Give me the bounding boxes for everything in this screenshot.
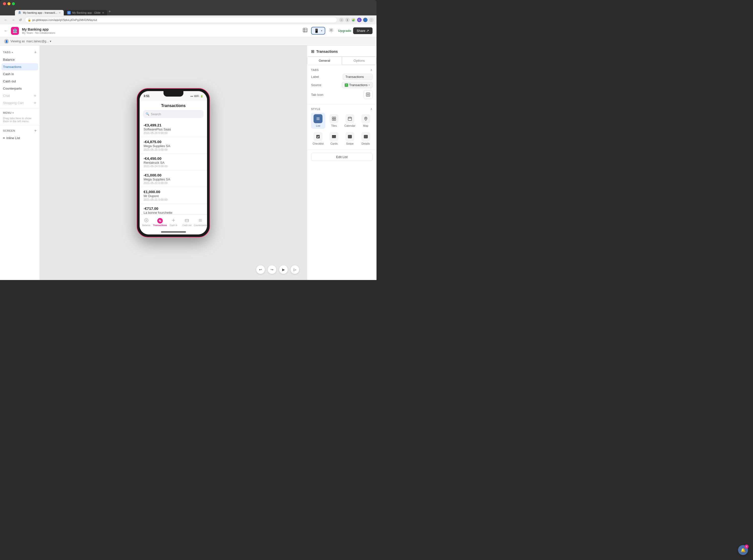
balance-nav-label: Balance <box>142 224 150 226</box>
redo-button[interactable]: ↪ <box>267 265 277 274</box>
panel-tabs: General Options <box>307 57 376 65</box>
add-tab-button[interactable]: + <box>34 50 37 55</box>
transaction-item-4[interactable]: €1,000.00 Mr Dupont 2021-05-21 0:00:00 <box>140 187 207 204</box>
play-button[interactable]: ▶ <box>279 265 288 274</box>
url-bar[interactable]: 🔒 go.glideapps.com/app/gVSpluLylOxPg1Mt4… <box>25 17 337 23</box>
checklist-style-icon <box>313 132 323 141</box>
forward-button[interactable]: → <box>11 17 16 23</box>
sidebar-item-label: Chat <box>3 94 10 98</box>
sidebar-item-counterparts[interactable]: Counterparts <box>0 85 40 92</box>
send-button[interactable]: ▷ <box>290 265 299 274</box>
browser-tab-active[interactable]: 🏦 My banking app - transacti... ✕ <box>15 10 64 16</box>
style-option-calendar[interactable]: Calendar <box>343 113 357 129</box>
style-option-label: Tiles <box>331 124 337 127</box>
panel-header: ⊞ Transactions <box>307 45 376 57</box>
style-option-checklist[interactable]: Checklist <box>311 131 325 146</box>
style-section-title: STYLE <box>311 107 321 111</box>
upgrade-button[interactable]: Upgrade <box>338 29 351 33</box>
menu-collapse-icon[interactable]: ▾ <box>13 112 14 114</box>
transaction-item-2[interactable]: -€4,450.00 Rentatruck SA 2021-05-24 0:00… <box>140 154 207 171</box>
info-icon[interactable]: ℹ <box>345 18 350 22</box>
source-field-value[interactable]: T Transactions ▾ <box>342 82 372 88</box>
maximize-window-button[interactable] <box>12 2 15 5</box>
undo-button[interactable]: ↩ <box>256 265 265 274</box>
back-button[interactable]: ← <box>3 17 8 23</box>
style-option-cards[interactable]: Cards <box>327 131 341 146</box>
style-option-details[interactable]: Details <box>359 131 372 146</box>
transaction-amount: -€4,875.00 <box>144 140 203 144</box>
close-window-button[interactable] <box>3 2 6 5</box>
phone-nav-cash-out[interactable]: Cash out <box>180 218 194 226</box>
bookmark-icon[interactable]: ☆ <box>339 18 344 22</box>
tab-favicon: 🏦 <box>18 11 21 15</box>
phone-nav-cash-in[interactable]: Cash in <box>167 218 180 226</box>
transactions-nav-label: Transactions <box>153 224 167 226</box>
menu-icon[interactable]: ⋮ <box>369 18 373 22</box>
style-section: STYLE ∧ List <box>307 104 376 150</box>
tabs-collapse-icon[interactable]: ▾ <box>12 51 13 54</box>
tab-icon-box[interactable] <box>364 90 372 99</box>
device-dropdown-icon: ▾ <box>321 29 322 32</box>
viewing-user-dropdown[interactable]: marc.lainez@g... ▾ <box>26 40 51 43</box>
url-text: go.glideapps.com/app/gVSpluLylOxPg1Mt41l… <box>32 18 97 21</box>
transaction-item-5[interactable]: -€717.00 La bonne fourchette 2021-05-20 … <box>140 204 207 215</box>
sidebar-item-balance[interactable]: Balance <box>0 56 40 63</box>
sidebar-screen-inline-list[interactable]: ≡ Inline List <box>0 134 40 142</box>
cashout-nav-label: Cash out <box>182 224 191 226</box>
browser-window: 🏦 My banking app - transacti... ✕ G My B… <box>0 0 376 280</box>
browser-tab-inactive[interactable]: G My Banking app · Glide ✕ <box>64 10 107 16</box>
reload-button[interactable]: ↺ <box>18 17 23 23</box>
phone-transaction-list: -€3,499.21 SoftwarePlus Saas 2021-05-26 … <box>140 120 207 215</box>
panel-tab-options[interactable]: Options <box>342 57 377 65</box>
app-header: ← 🏦 My Banking app My Team · No collabor… <box>0 24 376 37</box>
transaction-item-3[interactable]: -€1,000.00 Mega Supplies SA 2021-05-22 0… <box>140 171 207 187</box>
viewing-label: Viewing as <box>11 40 25 43</box>
phone-nav-balance[interactable]: Balance <box>140 218 153 226</box>
sidebar-item-transactions[interactable]: Transactions <box>1 63 38 71</box>
sidebar-item-cash-out[interactable]: Cash out <box>0 78 40 85</box>
svg-point-6 <box>146 220 147 221</box>
svg-rect-28 <box>316 135 320 138</box>
phone-screen-title: Transactions <box>140 101 207 110</box>
home-indicator <box>161 232 186 233</box>
add-screen-button[interactable]: + <box>34 128 37 133</box>
transaction-name: Mega Supplies SA <box>144 178 203 181</box>
settings-button[interactable] <box>327 26 335 35</box>
new-tab-button[interactable]: + <box>107 8 112 15</box>
tab-close-button[interactable]: ✕ <box>59 12 61 14</box>
phone-nav-transactions[interactable]: Transactions <box>153 218 167 226</box>
share-button[interactable]: Share ↗ <box>353 27 372 34</box>
transaction-amount: -€717.00 <box>144 206 203 211</box>
sidebar-item-cash-in[interactable]: Cash in <box>0 71 40 78</box>
panel-tab-general[interactable]: General <box>307 57 342 65</box>
tab-close-button-2[interactable]: ✕ <box>102 12 104 14</box>
minimize-window-button[interactable] <box>7 2 11 5</box>
table-view-button[interactable] <box>301 26 309 35</box>
phone-search-bar[interactable]: 🔍 Search <box>143 110 204 118</box>
transaction-item-0[interactable]: -€3,499.21 SoftwarePlus Saas 2021-05-26 … <box>140 120 207 137</box>
transaction-item-1[interactable]: -€4,875.00 Mega Supplies SA 2021-05-25 0… <box>140 137 207 154</box>
phone-screen: 3:51 ▪▪▪ WiFi 🔋 Transactions <box>140 91 207 235</box>
screen-item-icon: ≡ <box>3 136 5 140</box>
phone-nav-counterparts[interactable]: Counterparts <box>194 218 207 226</box>
edit-list-button[interactable]: Edit List <box>311 153 372 161</box>
profile-icon[interactable]: 👤 <box>363 18 368 22</box>
label-field-value[interactable]: Transactions <box>343 74 372 80</box>
style-option-list[interactable]: List <box>311 113 325 129</box>
extensions-icon[interactable]: 🧩 <box>351 18 355 22</box>
tabs-config-header: TABS ∧ <box>311 68 372 72</box>
source-row: Source T Transactions ▾ <box>311 82 372 88</box>
transaction-amount: -€3,499.21 <box>144 123 203 127</box>
screen-section-header: SCREEN + <box>0 127 40 134</box>
style-option-swipe[interactable]: Swipe <box>343 131 357 146</box>
phone-status-icons: ▪▪▪ WiFi 🔋 <box>190 95 203 98</box>
glide-extension-icon[interactable]: G <box>357 18 362 22</box>
style-section-header: STYLE ∧ <box>311 107 372 111</box>
tab-icon-selector <box>364 90 372 99</box>
style-option-map[interactable]: Map <box>359 113 372 129</box>
app-title-block: My Banking app My Team · No collaborator… <box>22 27 298 34</box>
device-toggle-button[interactable]: 📱 ▾ <box>311 27 325 35</box>
app-back-button[interactable]: ← <box>4 28 8 33</box>
tab-icon-row: Tab Icon <box>311 90 372 99</box>
style-option-tiles[interactable]: Tiles <box>327 113 341 129</box>
